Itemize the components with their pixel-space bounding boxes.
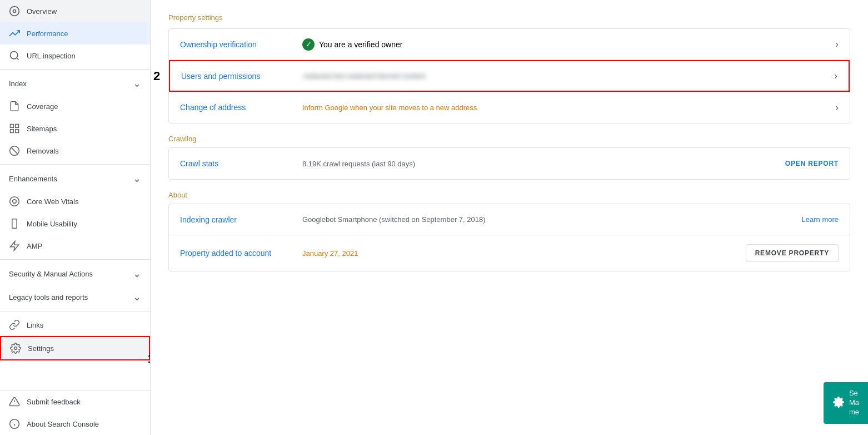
crawl-stats-label: Crawl stats	[180, 159, 302, 168]
sidebar-item-core-web-vitals[interactable]: Core Web Vitals	[0, 190, 150, 212]
sitemaps-icon	[9, 123, 20, 134]
core-web-vitals-icon	[9, 196, 20, 207]
sidebar-item-coverage[interactable]: Coverage	[0, 95, 150, 117]
sidebar-item-submit-feedback[interactable]: Submit feedback	[0, 390, 150, 413]
remove-property-action: REMOVE PROPERTY	[746, 244, 839, 262]
chevron-right-icon: ›	[835, 38, 839, 50]
learn-more-link[interactable]: Learn more	[802, 215, 839, 224]
sidebar-item-settings[interactable]: Settings 1	[0, 336, 150, 360]
svg-point-0	[10, 7, 19, 16]
users-permissions-value: redacted text redacted blurred content	[303, 72, 834, 80]
svg-line-3	[17, 58, 19, 60]
sidebar-section-security[interactable]: Security & Manual Actions ⌄	[0, 262, 150, 285]
crawl-stats-value: 8.19K crawl requests (last 90 days)	[302, 160, 785, 168]
overview-icon	[9, 6, 20, 17]
crawl-stats-row[interactable]: Crawl stats 8.19K crawl requests (last 9…	[169, 148, 850, 179]
svg-rect-4	[11, 125, 14, 128]
sidebar-item-label: Mobile Usability	[27, 220, 77, 228]
sidebar-item-mobile-usability[interactable]: Mobile Usability	[0, 212, 150, 235]
ownership-label: Ownership verification	[180, 40, 302, 49]
sidebar-item-label: AMP	[27, 242, 42, 250]
remove-property-button[interactable]: REMOVE PROPERTY	[746, 244, 839, 262]
crawling-card: Crawl stats 8.19K crawl requests (last 9…	[168, 147, 850, 180]
mobile-usability-icon	[9, 218, 20, 229]
sidebar-item-links[interactable]: Links	[0, 314, 150, 336]
verified-checkmark-icon: ✓	[302, 38, 315, 51]
indexing-crawler-label: Indexing crawler	[180, 215, 302, 224]
sidebar-item-url-inspection[interactable]: URL inspection	[0, 45, 150, 67]
coverage-icon	[9, 101, 20, 112]
learn-more-action: Learn more	[802, 215, 839, 224]
sidebar-footer: Submit feedback About Search Console	[0, 390, 150, 435]
floating-settings-button[interactable]: SeMame	[824, 382, 868, 424]
sidebar-item-label: Core Web Vitals	[27, 197, 78, 206]
divider-2	[0, 164, 150, 165]
sidebar-item-label: About Search Console	[27, 420, 99, 428]
ownership-verification-row[interactable]: Ownership verification ✓ You are a verif…	[169, 29, 850, 60]
sidebar-item-performance[interactable]: Performance	[0, 22, 150, 45]
sidebar-item-overview[interactable]: Overview	[0, 0, 150, 22]
divider-4	[0, 311, 150, 312]
crawling-title: Crawling	[168, 135, 850, 143]
ownership-value: ✓ You are a verified owner	[302, 38, 835, 51]
settings-icon	[10, 343, 21, 354]
performance-icon	[9, 28, 20, 39]
sidebar-section-legacy[interactable]: Legacy tools and reports ⌄	[0, 285, 150, 309]
sidebar-item-sitemaps[interactable]: Sitemaps	[0, 117, 150, 140]
links-icon	[9, 319, 20, 330]
removals-icon	[9, 145, 20, 156]
property-added-row[interactable]: Property added to account January 27, 20…	[169, 235, 850, 271]
url-inspection-icon	[9, 50, 20, 61]
amp-icon	[9, 240, 20, 251]
svg-point-15	[14, 347, 17, 350]
svg-point-2	[11, 52, 18, 59]
property-added-label: Property added to account	[180, 249, 302, 258]
about-icon	[9, 418, 20, 429]
property-settings-card: Ownership verification ✓ You are a verif…	[168, 28, 850, 123]
sidebar-item-label: Performance	[27, 29, 68, 38]
chevron-down-icon-2: ⌄	[133, 291, 141, 303]
section-enhancements-label: Enhancements	[9, 175, 57, 183]
divider-3	[0, 259, 150, 260]
svg-rect-5	[16, 125, 19, 128]
indexing-crawler-value: Googlebot Smartphone (switched on Septem…	[302, 215, 802, 224]
sidebar-item-label: Links	[27, 321, 43, 329]
sidebar-item-label: Coverage	[27, 102, 58, 111]
open-report-button[interactable]: OPEN REPORT	[785, 160, 839, 167]
property-settings-section: Property settings Ownership verification…	[168, 13, 850, 123]
svg-rect-6	[16, 130, 19, 133]
feedback-icon	[9, 396, 20, 407]
sidebar-item-label: Overview	[27, 7, 57, 16]
change-of-address-row[interactable]: Change of address Inform Google when you…	[169, 92, 850, 123]
svg-line-9	[11, 147, 18, 154]
sidebar-section-index[interactable]: Index ⌄	[0, 72, 150, 95]
chevron-down-icon: ⌄	[133, 268, 141, 280]
sidebar-item-label: Sitemaps	[27, 125, 57, 133]
users-permissions-chevron: ›	[834, 70, 837, 82]
sidebar-item-about[interactable]: About Search Console	[0, 413, 150, 435]
svg-point-10	[10, 197, 19, 206]
sidebar-item-label: Settings	[28, 344, 54, 353]
sidebar-item-label: Submit feedback	[27, 398, 81, 406]
indexing-crawler-row[interactable]: Indexing crawler Googlebot Smartphone (s…	[169, 204, 850, 235]
crawling-section: Crawling Crawl stats 8.19K crawl request…	[168, 135, 850, 180]
users-permissions-label: Users and permissions	[181, 72, 303, 81]
ownership-text: You are a verified owner	[319, 40, 402, 49]
property-added-value: January 27, 2021	[302, 249, 746, 258]
svg-marker-14	[11, 241, 19, 251]
sidebar-section-enhancements[interactable]: Enhancements ⌄	[0, 167, 150, 190]
chevron-right-icon-2: ›	[834, 70, 837, 82]
svg-point-11	[13, 200, 17, 204]
svg-point-1	[13, 10, 16, 13]
users-permissions-row[interactable]: Users and permissions redacted text reda…	[169, 60, 850, 92]
svg-rect-7	[11, 130, 14, 133]
sidebar-item-amp[interactable]: AMP	[0, 235, 150, 257]
about-card: Indexing crawler Googlebot Smartphone (s…	[168, 204, 850, 271]
property-settings-title: Property settings	[168, 13, 850, 22]
change-of-address-chevron: ›	[835, 102, 839, 113]
sidebar-item-label: Removals	[27, 147, 59, 155]
main-content: Property settings Ownership verification…	[151, 0, 868, 435]
floating-btn-label: SeMame	[849, 389, 859, 417]
open-report-action: OPEN REPORT	[785, 160, 839, 167]
sidebar-item-removals[interactable]: Removals	[0, 140, 150, 162]
